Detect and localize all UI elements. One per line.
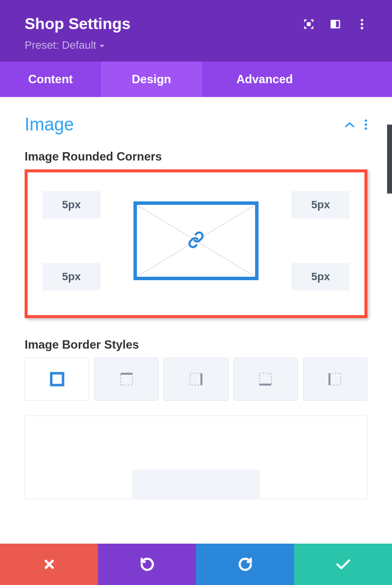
border-style-top[interactable] (94, 358, 159, 401)
border-styles-label: Image Border Styles (25, 338, 367, 352)
footer-actions (0, 544, 392, 585)
border-preview (25, 416, 367, 499)
svg-point-5 (361, 23, 363, 25)
border-styles-options (25, 358, 367, 401)
corners-link-toggle[interactable] (133, 201, 259, 280)
rounded-corners-label: Image Rounded Corners (25, 150, 367, 163)
svg-rect-12 (51, 373, 63, 385)
chevron-down-icon (99, 44, 105, 48)
border-preview-swatch (132, 469, 260, 499)
svg-rect-13 (121, 373, 132, 385)
save-button[interactable] (294, 544, 392, 585)
corner-bottom-left-input[interactable] (42, 263, 100, 291)
svg-rect-0 (307, 23, 310, 26)
preset-label: Preset: (25, 39, 59, 52)
svg-point-9 (365, 128, 367, 130)
chevron-up-icon[interactable] (345, 122, 355, 128)
border-style-bottom[interactable] (233, 358, 298, 401)
section-header: Image (25, 114, 367, 135)
section-title[interactable]: Image (25, 114, 74, 135)
redo-icon (238, 557, 253, 572)
cancel-button[interactable] (0, 544, 98, 585)
section-more-icon[interactable] (364, 119, 367, 130)
link-icon (188, 231, 204, 250)
scrollbar[interactable] (387, 125, 392, 194)
border-style-left[interactable] (303, 358, 367, 401)
corner-top-right-input[interactable] (292, 191, 350, 219)
border-style-right[interactable] (163, 358, 228, 401)
undo-button[interactable] (98, 544, 196, 585)
corner-top-left-input[interactable] (42, 191, 100, 219)
border-style-all[interactable] (25, 358, 89, 401)
svg-rect-17 (260, 373, 271, 385)
corner-bottom-right-input[interactable] (292, 263, 350, 291)
preset-selector[interactable]: Preset: Default (25, 39, 367, 52)
header-actions (303, 19, 367, 30)
content-area: Image Image Rounded Corners Im (0, 97, 392, 526)
svg-rect-3 (331, 20, 335, 28)
focus-icon[interactable] (303, 19, 314, 30)
svg-point-6 (361, 27, 363, 29)
split-view-icon[interactable] (330, 19, 341, 30)
svg-point-4 (361, 19, 363, 21)
preset-value: Default (62, 39, 97, 52)
tab-advanced[interactable]: Advanced (202, 62, 392, 97)
undo-icon (140, 557, 155, 572)
tabs: Content Design Advanced (0, 62, 392, 97)
close-icon (42, 557, 56, 571)
tab-content[interactable]: Content (0, 62, 101, 97)
page-title: Shop Settings (25, 15, 131, 33)
svg-rect-15 (190, 373, 202, 385)
rounded-corners-control (25, 169, 367, 318)
svg-point-7 (365, 120, 367, 122)
redo-button[interactable] (196, 544, 294, 585)
settings-header: Shop Settings Preset: Default (0, 0, 392, 62)
svg-rect-19 (329, 373, 341, 385)
more-vertical-icon[interactable] (357, 19, 367, 30)
tab-design[interactable]: Design (101, 62, 202, 97)
check-icon (335, 558, 351, 570)
svg-point-8 (365, 124, 367, 126)
